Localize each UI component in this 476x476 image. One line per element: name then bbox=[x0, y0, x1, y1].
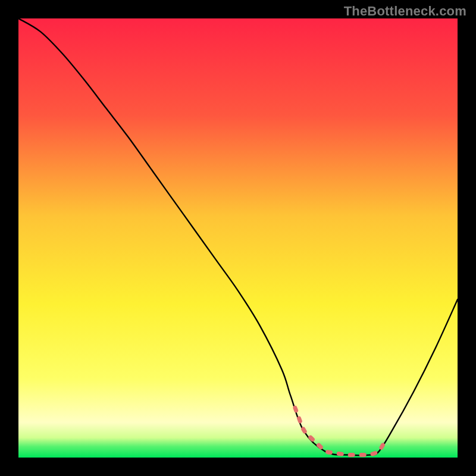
attribution-text: TheBottleneck.com bbox=[344, 4, 466, 19]
gradient-rect bbox=[18, 18, 458, 458]
chart-svg bbox=[18, 18, 458, 458]
chart-root: TheBottleneck.com bbox=[0, 0, 476, 476]
plot-area bbox=[18, 18, 458, 458]
